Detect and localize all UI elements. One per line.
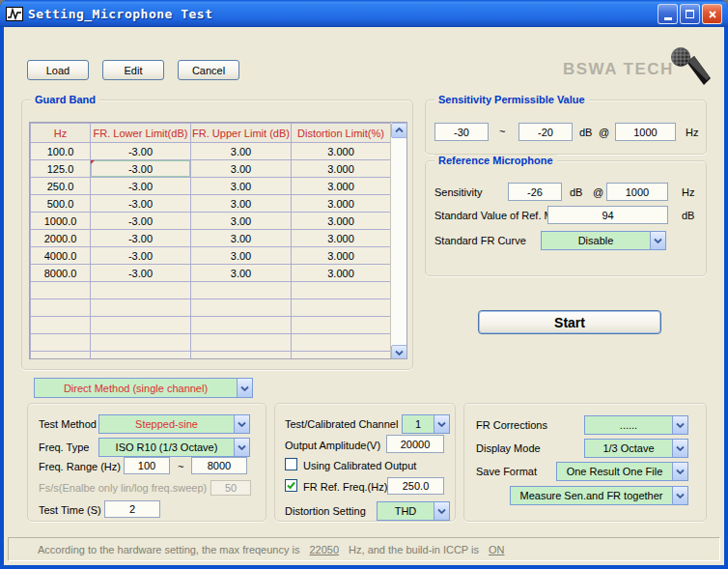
table-cell[interactable]: 3.000 <box>292 247 391 265</box>
table-cell[interactable] <box>191 317 292 334</box>
table-cell[interactable]: 3.00 <box>191 213 292 230</box>
table-cell[interactable]: 3.00 <box>191 143 292 160</box>
table-cell[interactable]: 3.00 <box>191 178 292 195</box>
chevron-down-icon <box>234 415 249 433</box>
table-cell[interactable]: 250.0 <box>31 178 91 195</box>
table-cell[interactable]: 3.000 <box>292 230 391 247</box>
table-cell[interactable]: 500.0 <box>31 195 91 213</box>
table-cell[interactable]: 100.0 <box>31 143 91 160</box>
table-cell[interactable]: 1000.0 <box>31 213 91 230</box>
freq-type-combo[interactable]: ISO R10 (1/3 Octave) <box>98 438 250 457</box>
col-header-fr-lower: FR. Lower Limit(dB) <box>91 124 191 143</box>
fr-ref-freq-input[interactable] <box>387 477 444 495</box>
table-cell[interactable] <box>31 282 91 299</box>
table-cell[interactable]: -3.00 <box>91 160 191 178</box>
freq-range-high-input[interactable] <box>191 457 247 474</box>
fr-ref-freq-checkbox[interactable] <box>285 479 297 492</box>
using-calibrated-output-checkbox[interactable] <box>285 458 297 470</box>
edit-button[interactable]: Edit <box>102 60 164 80</box>
table-row: 2000.0-3.003.003.000 <box>31 230 391 247</box>
display-mode-combo[interactable]: 1/3 Octave <box>584 439 688 458</box>
scroll-down-button[interactable] <box>391 345 407 359</box>
table-cell[interactable] <box>191 352 292 360</box>
table-cell[interactable] <box>31 334 91 352</box>
ref-sensitivity-input[interactable] <box>508 183 562 201</box>
table-cell[interactable]: -3.00 <box>91 178 191 195</box>
distortion-setting-label: Distortion Setting <box>285 505 366 517</box>
table-cell[interactable]: -3.00 <box>91 143 191 160</box>
brand-name: BSWA TECH <box>563 60 674 79</box>
cancel-button[interactable]: Cancel <box>178 60 239 80</box>
table-cell[interactable]: 3.00 <box>191 230 292 247</box>
chevron-down-icon <box>434 502 449 520</box>
table-cell[interactable] <box>292 334 391 352</box>
table-cell[interactable]: -3.00 <box>91 247 191 265</box>
table-cell[interactable]: 3.00 <box>191 160 292 178</box>
table-cell[interactable] <box>191 334 292 352</box>
table-cell[interactable]: 4000.0 <box>31 247 91 265</box>
table-row-empty <box>31 317 391 334</box>
table-cell[interactable] <box>91 282 191 299</box>
table-cell[interactable]: -3.00 <box>91 195 191 213</box>
close-button[interactable] <box>702 4 722 24</box>
table-cell[interactable]: 3.000 <box>292 160 391 178</box>
table-cell[interactable]: -3.00 <box>91 230 191 247</box>
table-cell[interactable] <box>31 352 91 360</box>
table-cell[interactable]: -3.00 <box>91 213 191 230</box>
output-amplitude-input[interactable] <box>386 435 444 453</box>
table-cell[interactable]: 8000.0 <box>31 265 91 282</box>
sensitivity-low-input[interactable] <box>434 123 489 141</box>
table-cell[interactable] <box>91 334 191 352</box>
test-method-combo[interactable]: Stepped-sine <box>98 414 250 434</box>
freq-range-low-input[interactable] <box>124 457 170 474</box>
table-cell[interactable]: 3.000 <box>292 195 391 213</box>
table-cell[interactable] <box>292 317 391 334</box>
maximize-button[interactable] <box>680 4 700 24</box>
sensitivity-freq-input[interactable] <box>615 123 676 141</box>
table-cell[interactable] <box>91 317 191 334</box>
table-cell[interactable] <box>191 282 292 299</box>
table-cell[interactable] <box>292 282 391 299</box>
save-format-combo[interactable]: One Result One File <box>556 462 688 481</box>
sensitivity-high-input[interactable] <box>518 123 573 141</box>
table-cell[interactable]: -3.00 <box>91 265 191 282</box>
channel-combo[interactable]: 1 <box>402 414 450 434</box>
table-cell[interactable] <box>31 317 91 334</box>
standard-value-input[interactable] <box>547 206 668 224</box>
measure-mode-combo[interactable]: Measure Sen.and FR together <box>510 486 688 505</box>
table-cell[interactable]: 3.000 <box>292 143 391 160</box>
table-cell[interactable] <box>91 299 191 317</box>
table-cell[interactable]: 3.000 <box>292 265 391 282</box>
table-cell[interactable]: 3.000 <box>292 178 391 195</box>
minimize-button[interactable] <box>658 4 678 24</box>
titlebar[interactable]: Setting_Microphone Test <box>0 0 728 27</box>
chevron-down-icon <box>672 463 687 480</box>
ref-freq-input[interactable] <box>606 183 668 201</box>
measure-method-combo[interactable]: Direct Method (single channel) <box>34 378 253 398</box>
table-cell[interactable]: 125.0 <box>31 160 91 178</box>
save-format-label: Save Format <box>476 466 537 477</box>
table-cell[interactable]: 3.000 <box>292 213 391 230</box>
fr-corrections-combo[interactable]: ...... <box>584 415 688 435</box>
table-cell[interactable] <box>191 299 292 317</box>
chevron-down-icon <box>234 439 249 456</box>
table-scrollbar[interactable] <box>390 123 406 359</box>
start-button[interactable]: Start <box>478 310 661 334</box>
table-cell[interactable]: 3.00 <box>191 265 292 282</box>
fss-label: Fs/s(Enalbe only lin/log freq.sweep) <box>39 482 207 494</box>
load-button[interactable]: Load <box>27 60 89 80</box>
table-cell[interactable]: 3.00 <box>191 195 292 213</box>
scroll-up-button[interactable] <box>391 123 407 138</box>
freq-range-label: Freq. Range (Hz) <box>39 461 121 472</box>
table-cell[interactable] <box>31 299 91 317</box>
distortion-setting-combo[interactable]: THD <box>377 501 450 521</box>
table-cell[interactable]: 2000.0 <box>31 230 91 247</box>
table-cell[interactable] <box>91 352 191 360</box>
table-cell[interactable] <box>292 352 391 360</box>
table-row-empty <box>31 334 391 352</box>
test-time-input[interactable] <box>104 500 160 518</box>
table-cell[interactable]: 3.00 <box>191 247 292 265</box>
standard-fr-curve-combo[interactable]: Disable <box>541 231 666 250</box>
table-cell[interactable] <box>292 299 391 317</box>
status-text-middle: Hz, and the build-in ICCP is <box>349 544 479 555</box>
